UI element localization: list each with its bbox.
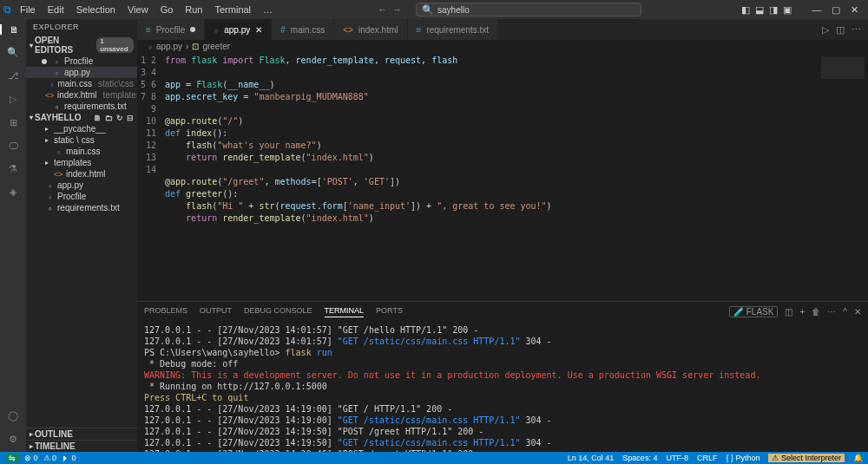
nav-forward-icon[interactable]: → [392, 4, 402, 15]
nav-back-icon[interactable]: ← [378, 4, 387, 15]
encoding[interactable]: UTF-8 [666, 454, 688, 462]
kill-terminal-icon[interactable]: 🗑 [812, 307, 820, 317]
panel-tab-ports[interactable]: PORTS [376, 306, 403, 317]
close-tab-icon[interactable]: ✕ [255, 25, 262, 35]
file-icon: ⬨ [45, 193, 54, 201]
outline-header[interactable]: ▸OUTLINE [26, 428, 137, 440]
folder-item[interactable]: ▸templates [26, 157, 137, 168]
command-center[interactable]: 🔍 [416, 3, 641, 16]
panel-tab-output[interactable]: OUTPUT [200, 306, 232, 317]
open-editor-item[interactable]: ⬨requirements.txt [26, 101, 137, 112]
file-item[interactable]: ⬨requirements.txt [26, 202, 137, 213]
scm-icon[interactable]: ⎇ [8, 70, 19, 82]
chevron-icon: ▸ [45, 159, 49, 167]
split-terminal-icon[interactable]: ◫ [785, 307, 792, 317]
open-editor-item[interactable]: <>index.htmltemplates [26, 89, 137, 101]
menu-selection[interactable]: Selection [71, 3, 121, 16]
editor[interactable]: 1 2 3 4 5 6 7 8 9 10 11 12 13 14 from fl… [137, 53, 868, 301]
new-terminal-icon[interactable]: + [799, 307, 805, 317]
ports-count[interactable]: ⏵ 0 [62, 454, 76, 462]
new-file-icon[interactable]: 🗎 [94, 114, 102, 122]
menu-terminal[interactable]: Terminal [210, 3, 257, 16]
minimize-icon[interactable]: — [807, 4, 826, 16]
tab-index-html[interactable]: <>index.html [334, 19, 407, 40]
editor-tabs: ≡Procfile⬨app.py✕#main.css<>index.html≡r… [137, 19, 868, 40]
layout-left-icon[interactable]: ◧ [741, 4, 750, 16]
errors-count[interactable]: ⊗ 0 [24, 454, 38, 462]
testing-icon[interactable]: ⚗ [9, 163, 17, 174]
refresh-icon[interactable]: ↻ [116, 114, 123, 122]
tab-app-py[interactable]: ⬨app.py✕ [205, 19, 272, 40]
timeline-header[interactable]: ▸TIMELINE [26, 440, 137, 452]
modified-dot-icon [190, 27, 195, 32]
modified-dot-icon [42, 59, 47, 64]
menu-file[interactable]: File [15, 3, 41, 16]
open-editor-item[interactable]: ⬨Procfile [26, 56, 137, 67]
settings-icon[interactable]: ⚙ [9, 434, 17, 445]
open-editors-header[interactable]: ▾ OPEN EDITORS 1 unsaved [26, 35, 137, 56]
tab-requirements-txt[interactable]: ≡requirements.txt [408, 19, 499, 40]
panel-tab-problems[interactable]: PROBLEMS [144, 306, 187, 317]
chevron-down-icon: ▾ [30, 114, 33, 121]
layout-bottom-icon[interactable]: ⬓ [755, 4, 764, 16]
explorer-icon[interactable]: 🗎 [0, 24, 26, 35]
close-icon[interactable]: ✕ [845, 4, 865, 16]
search-activity-icon[interactable]: 🔍 [7, 47, 19, 58]
menu-run[interactable]: Run [180, 3, 207, 16]
menu-bar: FileEditSelectionViewGoRunTerminal… [15, 3, 278, 16]
debug-icon[interactable]: ▷ [10, 94, 16, 105]
remote-indicator[interactable]: ⇋ [5, 454, 19, 462]
select-interpreter-button[interactable]: ⚠ Select Interpreter [768, 454, 845, 462]
remote-explorer-icon[interactable]: 🖵 [9, 141, 18, 151]
terminal-output[interactable]: 127.0.0.1 - - [27/Nov/2023 14:01:57] "GE… [137, 321, 868, 452]
eol[interactable]: CRLF [697, 454, 718, 462]
more-terminal-icon[interactable]: ⋯ [827, 307, 836, 317]
more-icon[interactable]: ⋯ [852, 24, 861, 36]
file-type-icon: <> [343, 25, 353, 35]
menu-edit[interactable]: Edit [43, 3, 69, 16]
close-panel-icon[interactable]: ✕ [854, 307, 861, 317]
menu-…[interactable]: … [258, 3, 278, 16]
menu-view[interactable]: View [122, 3, 154, 16]
panel-tab-terminal[interactable]: TERMINAL [325, 306, 365, 317]
folder-item[interactable]: ▸static \ css [26, 134, 137, 146]
file-item[interactable]: <>index.html [26, 168, 137, 180]
search-icon: 🔍 [422, 4, 434, 16]
cursor-position[interactable]: Ln 14, Col 41 [568, 454, 615, 462]
chevron-icon: ▸ [45, 136, 49, 144]
file-type-icon: # [280, 25, 286, 35]
account-icon[interactable]: ◯ [8, 410, 18, 422]
maximize-panel-icon[interactable]: ^ [843, 307, 847, 317]
status-bar: ⇋ ⊗ 0 ⚠ 0 ⏵ 0 Ln 14, Col 41 Spaces: 4 UT… [0, 452, 868, 464]
indentation[interactable]: Spaces: 4 [622, 454, 657, 462]
terminal-process-label[interactable]: 🧪 flask [729, 306, 778, 317]
layout-right-icon[interactable]: ◨ [769, 4, 778, 16]
file-item[interactable]: ⬨main.css [26, 146, 137, 157]
folder-header[interactable]: ▾ SAYHELLO 🗎 🗀 ↻ ⊟ [26, 112, 137, 123]
titlebar: ⧉ FileEditSelectionViewGoRunTerminal… ← … [0, 0, 868, 19]
extensions-icon[interactable]: ⊞ [10, 117, 17, 128]
open-editor-item[interactable]: ⬨main.cssstatic\css [26, 78, 137, 89]
collapse-icon[interactable]: ⊟ [127, 114, 134, 122]
menu-go[interactable]: Go [155, 3, 179, 16]
layout-custom-icon[interactable]: ▣ [783, 4, 792, 16]
search-input[interactable] [437, 5, 635, 15]
notifications-icon[interactable]: 🔔 [853, 454, 863, 462]
warnings-count[interactable]: ⚠ 0 [43, 454, 57, 462]
folder-item[interactable]: ▸__pycache__ [26, 123, 137, 134]
breadcrumb[interactable]: ⬨ app.py › ⊡ greeter [137, 40, 868, 53]
run-icon[interactable]: ▷ [822, 24, 829, 36]
maximize-icon[interactable]: ▢ [826, 4, 845, 16]
tab-Procfile[interactable]: ≡Procfile [137, 19, 205, 40]
minimap[interactable] [816, 53, 868, 301]
tab-main-css[interactable]: #main.css [272, 19, 334, 40]
panel-tab-debug console[interactable]: DEBUG CONSOLE [244, 306, 312, 317]
new-folder-icon[interactable]: 🗀 [105, 114, 113, 122]
file-item[interactable]: ⬨Procfile [26, 191, 137, 202]
open-editor-item[interactable]: ⬨app.py [26, 67, 137, 78]
file-item[interactable]: ⬨app.py [26, 180, 137, 191]
language-mode[interactable]: { } Python [726, 454, 760, 462]
docker-icon[interactable]: ◈ [10, 186, 16, 198]
code-content[interactable]: from flask import Flask, render_template… [165, 53, 816, 301]
split-editor-icon[interactable]: ◫ [836, 24, 845, 36]
